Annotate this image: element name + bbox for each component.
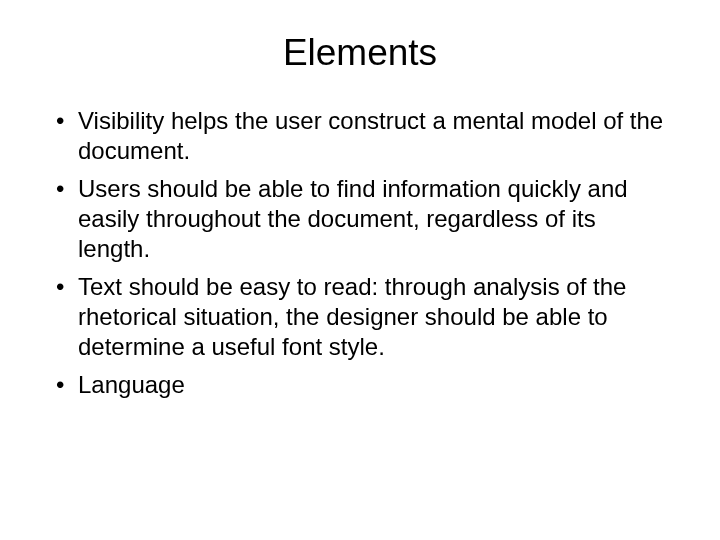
slide-title: Elements bbox=[50, 32, 670, 74]
list-item: Users should be able to find information… bbox=[50, 174, 670, 264]
list-item: Language bbox=[50, 370, 670, 400]
bullet-list: Visibility helps the user construct a me… bbox=[50, 106, 670, 400]
list-item: Text should be easy to read: through ana… bbox=[50, 272, 670, 362]
list-item: Visibility helps the user construct a me… bbox=[50, 106, 670, 166]
slide-content: Elements Visibility helps the user const… bbox=[0, 0, 720, 540]
